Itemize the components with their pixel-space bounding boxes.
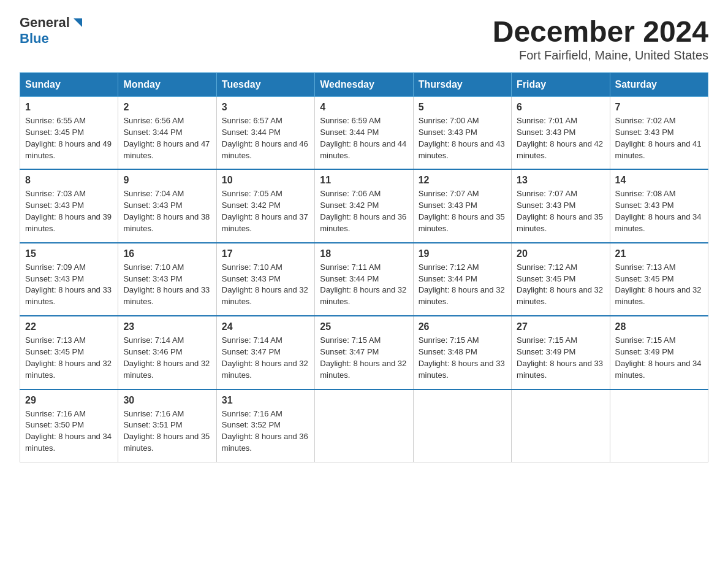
day-info: Sunrise: 7:16 AMSunset: 3:51 PMDaylight:…	[123, 408, 211, 454]
day-info: Sunrise: 7:16 AMSunset: 3:50 PMDaylight:…	[25, 408, 113, 454]
weekday-header-monday: Monday	[118, 73, 216, 97]
calendar-table: SundayMondayTuesdayWednesdayThursdayFrid…	[20, 72, 708, 462]
day-info: Sunrise: 7:15 AMSunset: 3:49 PMDaylight:…	[517, 335, 604, 381]
weekday-header-row: SundayMondayTuesdayWednesdayThursdayFrid…	[20, 73, 708, 97]
day-number: 20	[517, 248, 604, 259]
calendar-cell: 6Sunrise: 7:01 AMSunset: 3:43 PMDaylight…	[512, 97, 610, 170]
calendar-cell: 4Sunrise: 6:59 AMSunset: 3:44 PMDaylight…	[315, 97, 413, 170]
calendar-subtitle: Fort Fairfield, Maine, United States	[493, 48, 708, 63]
day-number: 5	[419, 102, 506, 113]
day-number: 30	[123, 395, 211, 406]
day-number: 19	[419, 248, 506, 259]
calendar-cell: 15Sunrise: 7:09 AMSunset: 3:43 PMDayligh…	[20, 243, 118, 316]
day-info: Sunrise: 7:15 AMSunset: 3:48 PMDaylight:…	[419, 335, 506, 381]
calendar-cell: 9Sunrise: 7:04 AMSunset: 3:43 PMDaylight…	[118, 169, 216, 242]
day-info: Sunrise: 7:08 AMSunset: 3:43 PMDaylight:…	[615, 188, 703, 234]
calendar-cell: 29Sunrise: 7:16 AMSunset: 3:50 PMDayligh…	[20, 389, 118, 462]
calendar-cell: 18Sunrise: 7:11 AMSunset: 3:44 PMDayligh…	[315, 243, 413, 316]
day-number: 22	[25, 321, 113, 332]
calendar-cell: 1Sunrise: 6:55 AMSunset: 3:45 PMDaylight…	[20, 97, 118, 170]
svg-marker-0	[74, 18, 82, 27]
day-info: Sunrise: 7:12 AMSunset: 3:45 PMDaylight:…	[517, 262, 604, 308]
calendar-week-row: 22Sunrise: 7:13 AMSunset: 3:45 PMDayligh…	[20, 316, 708, 389]
day-number: 7	[615, 102, 703, 113]
day-info: Sunrise: 7:12 AMSunset: 3:44 PMDaylight:…	[419, 262, 506, 308]
day-info: Sunrise: 7:04 AMSunset: 3:43 PMDaylight:…	[123, 188, 211, 234]
day-info: Sunrise: 6:56 AMSunset: 3:44 PMDaylight:…	[123, 115, 211, 161]
day-info: Sunrise: 7:07 AMSunset: 3:43 PMDaylight:…	[517, 188, 604, 234]
calendar-cell: 2Sunrise: 6:56 AMSunset: 3:44 PMDaylight…	[118, 97, 216, 170]
day-info: Sunrise: 7:13 AMSunset: 3:45 PMDaylight:…	[615, 262, 703, 308]
day-info: Sunrise: 7:13 AMSunset: 3:45 PMDaylight:…	[25, 335, 113, 381]
day-number: 10	[222, 175, 309, 186]
calendar-week-row: 15Sunrise: 7:09 AMSunset: 3:43 PMDayligh…	[20, 243, 708, 316]
calendar-week-row: 29Sunrise: 7:16 AMSunset: 3:50 PMDayligh…	[20, 389, 708, 462]
calendar-cell: 11Sunrise: 7:06 AMSunset: 3:42 PMDayligh…	[315, 169, 413, 242]
day-number: 16	[123, 248, 211, 259]
day-number: 28	[615, 321, 703, 332]
calendar-cell: 28Sunrise: 7:15 AMSunset: 3:49 PMDayligh…	[610, 316, 708, 389]
weekday-header-tuesday: Tuesday	[216, 73, 314, 97]
calendar-cell: 17Sunrise: 7:10 AMSunset: 3:43 PMDayligh…	[216, 243, 314, 316]
day-info: Sunrise: 7:15 AMSunset: 3:49 PMDaylight:…	[615, 335, 703, 381]
day-info: Sunrise: 7:03 AMSunset: 3:43 PMDaylight:…	[25, 188, 113, 234]
calendar-cell: 23Sunrise: 7:14 AMSunset: 3:46 PMDayligh…	[118, 316, 216, 389]
day-number: 13	[517, 175, 604, 186]
calendar-cell: 24Sunrise: 7:14 AMSunset: 3:47 PMDayligh…	[216, 316, 314, 389]
day-number: 4	[320, 102, 408, 113]
day-number: 29	[25, 395, 113, 406]
day-info: Sunrise: 7:16 AMSunset: 3:52 PMDaylight:…	[222, 408, 309, 454]
weekday-header-sunday: Sunday	[20, 73, 118, 97]
calendar-cell	[512, 389, 610, 462]
day-number: 21	[615, 248, 703, 259]
day-number: 11	[320, 175, 408, 186]
day-info: Sunrise: 7:14 AMSunset: 3:47 PMDaylight:…	[222, 335, 309, 381]
weekday-header-thursday: Thursday	[413, 73, 511, 97]
day-info: Sunrise: 7:01 AMSunset: 3:43 PMDaylight:…	[517, 115, 604, 161]
logo-general-text: General	[20, 15, 70, 31]
calendar-cell: 12Sunrise: 7:07 AMSunset: 3:43 PMDayligh…	[413, 169, 511, 242]
day-number: 25	[320, 321, 408, 332]
day-number: 24	[222, 321, 309, 332]
day-number: 31	[222, 395, 309, 406]
day-info: Sunrise: 7:11 AMSunset: 3:44 PMDaylight:…	[320, 262, 408, 308]
calendar-cell	[610, 389, 708, 462]
header: General Blue December 2024 Fort Fairfiel…	[20, 15, 708, 63]
day-number: 8	[25, 175, 113, 186]
calendar-cell: 10Sunrise: 7:05 AMSunset: 3:42 PMDayligh…	[216, 169, 314, 242]
day-info: Sunrise: 7:06 AMSunset: 3:42 PMDaylight:…	[320, 188, 408, 234]
calendar-week-row: 8Sunrise: 7:03 AMSunset: 3:43 PMDaylight…	[20, 169, 708, 242]
calendar-cell: 31Sunrise: 7:16 AMSunset: 3:52 PMDayligh…	[216, 389, 314, 462]
day-info: Sunrise: 7:02 AMSunset: 3:43 PMDaylight:…	[615, 115, 703, 161]
day-info: Sunrise: 6:57 AMSunset: 3:44 PMDaylight:…	[222, 115, 309, 161]
logo-blue-text: Blue	[20, 31, 49, 47]
day-info: Sunrise: 7:09 AMSunset: 3:43 PMDaylight:…	[25, 262, 113, 308]
calendar-cell: 21Sunrise: 7:13 AMSunset: 3:45 PMDayligh…	[610, 243, 708, 316]
day-info: Sunrise: 7:05 AMSunset: 3:42 PMDaylight:…	[222, 188, 309, 234]
day-info: Sunrise: 7:15 AMSunset: 3:47 PMDaylight:…	[320, 335, 408, 381]
calendar-cell: 8Sunrise: 7:03 AMSunset: 3:43 PMDaylight…	[20, 169, 118, 242]
day-info: Sunrise: 6:59 AMSunset: 3:44 PMDaylight:…	[320, 115, 408, 161]
calendar-cell: 25Sunrise: 7:15 AMSunset: 3:47 PMDayligh…	[315, 316, 413, 389]
day-number: 27	[517, 321, 604, 332]
calendar-cell: 30Sunrise: 7:16 AMSunset: 3:51 PMDayligh…	[118, 389, 216, 462]
calendar-cell: 7Sunrise: 7:02 AMSunset: 3:43 PMDaylight…	[610, 97, 708, 170]
day-info: Sunrise: 7:14 AMSunset: 3:46 PMDaylight:…	[123, 335, 211, 381]
calendar-cell: 19Sunrise: 7:12 AMSunset: 3:44 PMDayligh…	[413, 243, 511, 316]
calendar-cell: 5Sunrise: 7:00 AMSunset: 3:43 PMDaylight…	[413, 97, 511, 170]
day-number: 23	[123, 321, 211, 332]
day-number: 6	[517, 102, 604, 113]
calendar-cell: 3Sunrise: 6:57 AMSunset: 3:44 PMDaylight…	[216, 97, 314, 170]
day-number: 12	[419, 175, 506, 186]
weekday-header-wednesday: Wednesday	[315, 73, 413, 97]
calendar-cell: 14Sunrise: 7:08 AMSunset: 3:43 PMDayligh…	[610, 169, 708, 242]
weekday-header-saturday: Saturday	[610, 73, 708, 97]
logo: General Blue	[20, 15, 85, 47]
calendar-cell	[413, 389, 511, 462]
title-block: December 2024 Fort Fairfield, Maine, Uni…	[493, 15, 708, 63]
calendar-cell: 20Sunrise: 7:12 AMSunset: 3:45 PMDayligh…	[512, 243, 610, 316]
day-number: 17	[222, 248, 309, 259]
day-info: Sunrise: 7:00 AMSunset: 3:43 PMDaylight:…	[419, 115, 506, 161]
day-number: 18	[320, 248, 408, 259]
calendar-cell: 27Sunrise: 7:15 AMSunset: 3:49 PMDayligh…	[512, 316, 610, 389]
